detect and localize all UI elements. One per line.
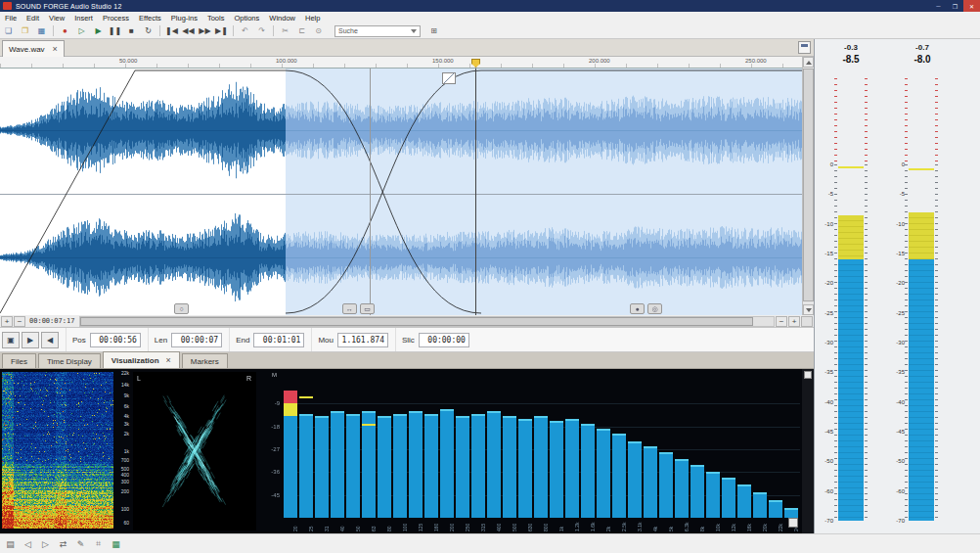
meter-grid-icon[interactable]: ▦ (109, 537, 123, 551)
loop-icon[interactable]: ↻ (141, 24, 156, 37)
peak-hold-mark (299, 396, 313, 398)
field-value[interactable]: 1.161.874 (337, 333, 388, 347)
v-scrollbar-thumb[interactable] (803, 69, 814, 301)
search-input[interactable] (338, 27, 409, 34)
spectrum-bar (597, 429, 610, 518)
dock-scrollbar[interactable] (802, 369, 814, 533)
menu-item-file[interactable]: File (0, 12, 22, 23)
document-tab[interactable]: Wave.wav × (2, 40, 65, 57)
level-readout-right: -8.0 (903, 54, 942, 65)
event-dot-button[interactable]: ● (630, 303, 645, 314)
go-start-icon[interactable]: ❚◀ (164, 24, 179, 37)
edit-tool-icon[interactable]: ✎ (73, 537, 88, 551)
zoom-in-button[interactable]: + (1, 316, 13, 327)
window-layout-icon[interactable]: ▤ (3, 537, 18, 551)
menu-item-plugins[interactable]: Plug-ins (166, 12, 202, 23)
document-area: Wave.wav × 50.000100.000150.000200.00025… (0, 39, 814, 533)
zoom-out-button[interactable]: − (14, 316, 25, 327)
field-label: Mou (318, 336, 334, 345)
sync-icon[interactable]: ⇄ (56, 537, 70, 551)
forward-icon[interactable]: ▶▶ (198, 24, 212, 37)
ruler-tick-label: 100.000 (276, 58, 297, 64)
toolbar-separator (273, 25, 274, 36)
tab-close-icon[interactable]: × (53, 44, 58, 54)
master-meters-panel[interactable]: -0.3 -0.7 -8.5 -8.0 00-5-5-10-10-15-15-2… (814, 39, 980, 533)
menu-item-view[interactable]: View (44, 12, 69, 23)
field-value[interactable]: 00:00:56 (90, 333, 141, 347)
playhead-marker-icon[interactable] (471, 59, 480, 68)
save-icon[interactable]: ▦ (34, 24, 49, 37)
menu-item-options[interactable]: Options (229, 12, 264, 23)
menu-item-tools[interactable]: Tools (202, 12, 230, 23)
menu-item-effects[interactable]: Effects (134, 12, 166, 23)
new-file-icon[interactable]: ❏ (1, 24, 16, 37)
fade-handle-button[interactable]: ○ (174, 303, 189, 314)
selection-grip-left-button[interactable]: ↔ (342, 303, 357, 314)
play-icon[interactable]: ▶ (91, 24, 106, 37)
tab-close-icon[interactable]: × (166, 355, 171, 365)
undo-icon[interactable]: ↶ (238, 24, 252, 37)
snap-icon[interactable]: ⊞ (426, 24, 441, 37)
open-folder-icon[interactable]: ❐ (18, 24, 32, 37)
spectrum-bar (784, 508, 798, 518)
toolbar: ❏❐▦●▷▶❚❚■↻❚◀◀◀▶▶▶❚↶↷✂⊏⊙⊞ (0, 23, 980, 39)
field-value[interactable]: 00:00:00 (419, 333, 469, 347)
waveform-view[interactable]: ○↔▭●◎ (0, 69, 802, 315)
field-value[interactable]: 00:01:01 (253, 333, 304, 347)
vertical-scrollbar[interactable] (802, 57, 814, 315)
snap-grid-icon[interactable]: ⌗ (91, 537, 106, 551)
record-icon[interactable]: ● (58, 24, 72, 37)
window-restore-button[interactable] (798, 41, 811, 54)
spectrum-bar (612, 434, 626, 518)
scroll-down-button[interactable] (803, 304, 814, 315)
zoom-in-edge-button[interactable]: + (788, 316, 800, 327)
meter-ticks (865, 164, 868, 521)
zoom-out-edge-button[interactable]: − (776, 316, 787, 327)
region-flag-icon[interactable] (442, 72, 456, 84)
h-scrollbar-track[interactable] (79, 316, 775, 327)
dock-scroll-button[interactable] (804, 371, 812, 379)
h-scrollbar-thumb[interactable] (80, 317, 752, 326)
waveform-display[interactable] (0, 69, 802, 315)
menu-item-window[interactable]: Window (264, 12, 300, 23)
play-all-icon[interactable]: ▷ (74, 24, 89, 37)
chevron-down-icon[interactable] (411, 29, 417, 33)
frequency-band-label: 315 (480, 524, 486, 531)
loop-playback-button[interactable]: ◀ (41, 332, 59, 348)
rewind-icon[interactable]: ◀◀ (181, 24, 196, 37)
timeline-ruler[interactable]: 50.000100.000150.000200.000250.000 (0, 57, 802, 69)
cut-icon[interactable]: ✂ (278, 24, 292, 37)
tab-files[interactable]: Files (2, 353, 36, 368)
field-value[interactable]: 00:00:07 (171, 333, 222, 347)
meter-scale-label: -70 (815, 518, 833, 524)
maximize-button[interactable]: ❐ (947, 0, 963, 12)
menu-item-insert[interactable]: Insert (69, 12, 98, 23)
frequency-band-label: 50 (355, 526, 361, 531)
tab-markers[interactable]: Markers (182, 353, 228, 368)
menu-item-edit[interactable]: Edit (22, 12, 44, 23)
tab-visualization[interactable]: Visualization× (103, 351, 180, 368)
play-small-button[interactable]: ▶ (22, 332, 39, 348)
app-logo-icon (3, 2, 12, 10)
close-button[interactable]: ✕ (963, 0, 980, 12)
stop-icon[interactable]: ■ (124, 24, 139, 37)
trim-icon[interactable]: ⊏ (294, 24, 309, 37)
play-device-icon[interactable]: ▷ (38, 537, 53, 551)
menu-item-process[interactable]: Process (98, 12, 134, 23)
go-end-icon[interactable]: ▶❚ (214, 24, 229, 37)
scroll-up-button[interactable] (803, 57, 814, 68)
minimize-button[interactable]: ─ (930, 0, 947, 12)
zoom-tool-icon[interactable]: ⊙ (311, 24, 326, 37)
speaker-icon[interactable]: ◁ (21, 537, 35, 551)
redo-icon[interactable]: ↷ (254, 24, 269, 37)
selection-grip-right-button[interactable]: ▭ (360, 303, 375, 314)
phase-left-label: L (137, 375, 141, 382)
menu-item-help[interactable]: Help (300, 12, 325, 23)
selection-grid-button[interactable]: ▣ (2, 332, 20, 348)
tab-timedisplay[interactable]: Time Display (38, 353, 101, 368)
spectrum-settings-icon[interactable] (788, 518, 798, 528)
pause-icon[interactable]: ❚❚ (108, 24, 122, 37)
field-label: Len (155, 336, 167, 345)
meter-scale-label: -60 (815, 488, 833, 494)
event-ring-button[interactable]: ◎ (647, 303, 662, 314)
